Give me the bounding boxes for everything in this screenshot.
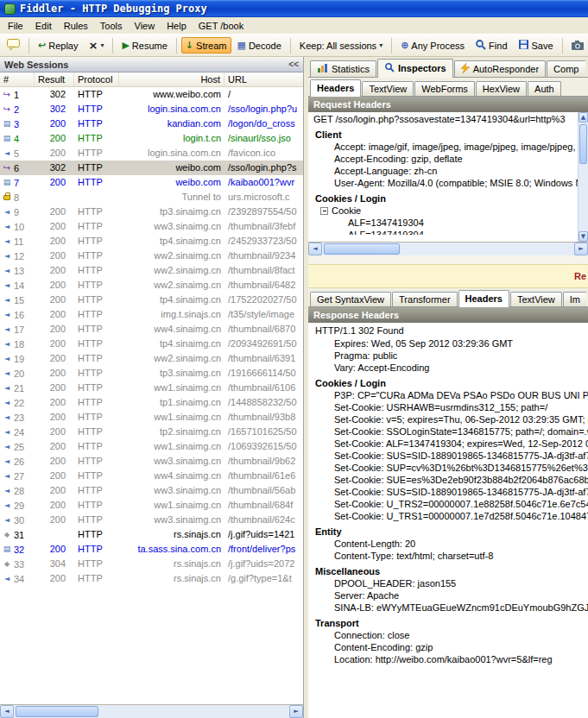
remove-sessions-button[interactable]: ×▾: [84, 38, 108, 53]
keep-sessions-dropdown[interactable]: Keep: All sessions▾: [295, 38, 387, 54]
header-line[interactable]: Connection: close: [308, 629, 588, 641]
scroll-right-icon[interactable]: ►: [289, 705, 303, 718]
header-line[interactable]: ALF=1347419304: [308, 229, 588, 235]
table-row[interactable]: ◄17 200 HTTP ww4.sinaimg.cn /thumbnail/6…: [0, 322, 303, 337]
table-row[interactable]: ◄10 200 HTTP ww3.sinaimg.cn /thumbnail/3…: [0, 219, 303, 234]
scroll-thumb[interactable]: [324, 243, 400, 255]
table-row[interactable]: ◄26 200 HTTP ww3.sinaimg.cn /thumbnail/9…: [0, 454, 303, 469]
scroll-track[interactable]: [579, 123, 588, 231]
header-line[interactable]: Location: http://weibo.com/kaibao001?wvr…: [308, 653, 588, 665]
table-row[interactable]: ◄12 200 HTTP ww2.sinaimg.cn /thumbnail/9…: [0, 249, 303, 263]
table-row[interactable]: ◄22 200 HTTP tp1.sinaimg.cn /1448858232/…: [0, 395, 303, 410]
menu-item-help[interactable]: Help: [161, 18, 193, 34]
header-line[interactable]: Set-Cookie: SUS=SID-1889019865-134681577…: [308, 450, 588, 462]
table-row[interactable]: 8 Tunnel to urs.microsoft.c: [0, 190, 303, 205]
header-line[interactable]: Set-Cookie: ALF=1347419304; expires=Wed,…: [308, 438, 588, 450]
scroll-right-icon[interactable]: ►: [574, 242, 588, 255]
tab-request-hexview[interactable]: HexView: [476, 81, 527, 96]
scroll-thumb[interactable]: [579, 124, 587, 164]
request-h-scrollbar[interactable]: ◄ ►: [308, 242, 588, 255]
menu-item-rules[interactable]: Rules: [58, 18, 94, 34]
table-row[interactable]: ◄30 200 HTTP ww3.sinaimg.cn /thumbnail/6…: [0, 513, 303, 527]
header-line[interactable]: Set-Cookie: U_TRS1=00000007.1e7d258f.504…: [308, 510, 588, 522]
table-row[interactable]: ◄19 200 HTTP ww2.sinaimg.cn /thumbnail/6…: [0, 351, 303, 366]
menu-item-edit[interactable]: Edit: [29, 18, 58, 34]
scroll-track[interactable]: [14, 705, 289, 718]
request-line[interactable]: GET /sso/login.php?ssosavestate=13474193…: [308, 112, 588, 125]
header-line[interactable]: Server: Apache: [308, 589, 588, 601]
request-v-scrollbar[interactable]: ▲ ▼: [578, 112, 588, 242]
header-line[interactable]: Pragma: public: [308, 350, 588, 362]
header-line[interactable]: Set-Cookie: SUE=es%3De2eb90f23b884b2f206…: [308, 474, 588, 486]
header-line[interactable]: Set-Cookie: SUP=cv%3D1%26bt%3D1346815775…: [308, 462, 588, 474]
table-row[interactable]: ◄20 200 HTTP tp3.sinaimg.cn /1916666114/…: [0, 366, 303, 381]
header-line[interactable]: Cookie: [308, 205, 588, 217]
table-row[interactable]: ◄16 200 HTTP img.t.sinajs.cn /t35/style/…: [0, 307, 303, 322]
any-process-button[interactable]: ⊕Any Process: [396, 37, 469, 54]
header-line[interactable]: Accept-Language: zh-cn: [308, 165, 588, 177]
header-line[interactable]: Set-Cookie: v=5; expires=Thu, 06-Sep-201…: [308, 413, 588, 425]
header-line[interactable]: Set-Cookie: U_TRS2=00000007.1e88258f.504…: [308, 498, 588, 510]
header-line[interactable]: SINA-LB: eWYyMTEuaGEueWZncm91cDEuYmoubG9…: [308, 601, 588, 614]
find-button[interactable]: Find: [471, 36, 511, 54]
menu-item-view[interactable]: View: [129, 18, 161, 34]
table-row[interactable]: ↪6 302 HTTP weibo.com /sso/login.php?s: [0, 161, 303, 175]
header-line[interactable]: Accept: image/gif, image/jpeg, image/pjp…: [308, 141, 588, 153]
table-row[interactable]: ◄27 200 HTTP ww4.sinaimg.cn /thumbnail/6…: [0, 469, 303, 483]
header-line[interactable]: P3P: CP="CURa ADMa DEVa PSAo PSDo OUR BU…: [308, 389, 588, 401]
tab-response-transformer[interactable]: Transformer: [392, 292, 458, 306]
column-header-result[interactable]: Result: [35, 72, 74, 86]
menu-item-file[interactable]: File: [2, 18, 29, 34]
tab-autoresponder[interactable]: AutoResponder: [454, 60, 546, 77]
header-line[interactable]: Accept-Encoding: gzip, deflate: [308, 153, 588, 165]
stream-toggle-button[interactable]: ↓Stream: [181, 37, 231, 54]
header-line[interactable]: Set-Cookie: SSOLoginState=1346815775; pa…: [308, 425, 588, 438]
tab-composer[interactable]: Comp: [547, 60, 585, 77]
table-row[interactable]: ◄28 200 HTTP ww3.sinaimg.cn /thumbnail/5…: [0, 483, 303, 498]
column-header-url[interactable]: URL: [224, 72, 303, 86]
column-header-protocol[interactable]: Protocol: [74, 72, 119, 86]
decode-toggle-button[interactable]: ▦Decode: [233, 37, 286, 54]
table-row[interactable]: ▤4 200 HTTP login.t.cn /sinaurl/sso.jso: [0, 131, 303, 146]
table-row[interactable]: ◄23 200 HTTP ww1.sinaimg.cn /thumbnail/9…: [0, 410, 303, 425]
sessions-h-scrollbar[interactable]: ◄ ►: [0, 704, 303, 718]
tab-request-headers[interactable]: Headers: [310, 79, 361, 97]
table-row[interactable]: ◄34 200 HTTP rs.sinajs.cn /g.gif?type=1&…: [0, 571, 303, 586]
comment-button[interactable]: [3, 36, 24, 54]
header-line[interactable]: ALF=1347419304: [308, 217, 588, 229]
tab-statistics[interactable]: Statistics: [310, 60, 376, 77]
header-line[interactable]: Set-Cookie: USRHAWB=usrmdins312_155; pat…: [308, 401, 588, 413]
resume-button[interactable]: ▶Resume: [117, 37, 171, 54]
tab-request-auth[interactable]: Auth: [528, 81, 561, 96]
header-line[interactable]: Expires: Wed, 05 Sep 2012 03:29:36 GMT: [308, 337, 588, 350]
header-line[interactable]: Content-Length: 20: [308, 538, 588, 550]
table-row[interactable]: ↪2 302 HTTP login.sina.com.cn /sso/login…: [0, 102, 303, 117]
header-line[interactable]: Content-Encoding: gzip: [308, 641, 588, 653]
column-header-number[interactable]: #: [0, 72, 35, 86]
tab-response-imageview[interactable]: Im: [563, 292, 586, 306]
tab-request-textview[interactable]: TextView: [362, 81, 414, 96]
table-row[interactable]: ◄14 200 HTTP ww2.sinaimg.cn /thumbnail/6…: [0, 278, 303, 293]
scroll-left-icon[interactable]: ◄: [308, 242, 322, 255]
table-row[interactable]: ▤32 200 HTTP ta.sass.sina.com.cn /front/…: [0, 542, 303, 557]
header-line[interactable]: User-Agent: Mozilla/4.0 (compatible; MSI…: [308, 177, 588, 189]
table-row[interactable]: ◄15 200 HTTP tp4.sinaimg.cn /1752202027/…: [0, 293, 303, 307]
menu-item-get-book[interactable]: GET /book: [193, 18, 250, 34]
table-row[interactable]: ◄25 200 HTTP ww1.sinaimg.cn /1069392615/…: [0, 439, 303, 454]
scroll-track[interactable]: [322, 242, 574, 255]
save-button[interactable]: Save: [514, 36, 558, 54]
screenshot-button[interactable]: [567, 37, 588, 54]
scroll-thumb[interactable]: [16, 706, 98, 717]
tab-response-headers[interactable]: Headers: [458, 290, 509, 307]
replay-button[interactable]: ↩Replay: [34, 37, 82, 54]
tab-request-webforms[interactable]: WebForms: [414, 81, 475, 96]
table-row[interactable]: ◄13 200 HTTP ww2.sinaimg.cn /thumbnail/8…: [0, 263, 303, 278]
tab-response-textview[interactable]: TextView: [510, 292, 562, 306]
table-row[interactable]: ↪1 302 HTTP www.weibo.com /: [0, 87, 303, 102]
table-row[interactable]: ▤3 200 HTTP kandian.com /logon/do_cross: [0, 117, 303, 131]
tab-get-syntaxview[interactable]: Get SyntaxView: [310, 292, 391, 306]
scroll-left-icon[interactable]: ◄: [0, 705, 14, 718]
encoding-notice-bar[interactable]: Re: [308, 264, 588, 288]
response-status-line[interactable]: HTTP/1.1 302 Found: [308, 323, 588, 337]
collapse-panel-button[interactable]: <<: [288, 60, 299, 69]
